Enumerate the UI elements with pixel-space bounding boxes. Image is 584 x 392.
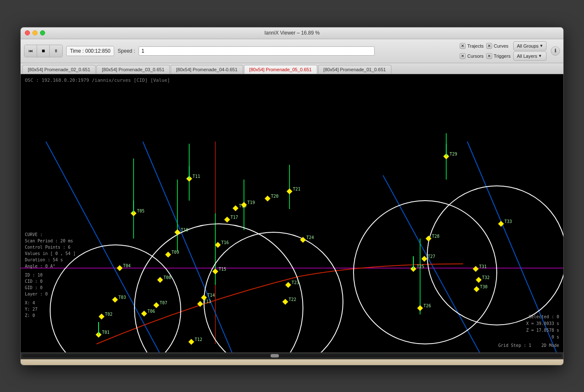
y-coord: Y: 27 xyxy=(25,306,75,312)
curve-info: CURVE : Scan Period : 20 ms Control Poin… xyxy=(25,231,75,319)
duration: Duration : 54 s xyxy=(25,257,75,263)
z-val: Z = 17.8578 s xyxy=(498,327,559,334)
tab-2[interactable]: [80x54] Promenade_04-0.651 xyxy=(171,65,243,74)
selected-count: Selected : 0 xyxy=(498,314,559,320)
transport-controls: ⏮ ⏹ ⏸ xyxy=(24,45,63,57)
trajects-check[interactable]: ✕ Trajects xyxy=(460,43,484,49)
toolbar-right: ✕ Trajects ✕ Curves All Groups ▾ ✕ Curso… xyxy=(460,41,560,61)
trajects-label: Trajects xyxy=(467,43,484,48)
z-coord: Z: 0 xyxy=(25,312,75,319)
scrollbar-track[interactable] xyxy=(22,354,562,357)
stop-button[interactable]: ⏹ xyxy=(37,45,50,57)
info-button[interactable]: ℹ xyxy=(551,46,560,56)
zero-s: 0 s xyxy=(498,334,559,341)
bottom-bar xyxy=(21,359,563,365)
curves-check-x: ✕ xyxy=(486,43,492,49)
grid-mode: Grid Step : 1 2D Mode xyxy=(498,342,559,349)
canvas-area[interactable]: OSC : 192.168.0.20:1979 /iannix/curves [… xyxy=(21,74,563,352)
all-groups-label: All Groups xyxy=(517,43,538,48)
close-button[interactable] xyxy=(25,30,30,35)
curve-label: CURVE : xyxy=(25,231,75,238)
speed-label: Speed : xyxy=(118,48,135,54)
traffic-lights xyxy=(25,30,45,35)
cursors-check-x: ✕ xyxy=(460,53,466,59)
all-groups-dropdown[interactable]: All Groups ▾ xyxy=(513,41,546,51)
id-val: ID : 10 xyxy=(25,272,75,278)
x-val: X = 39.0033 s xyxy=(498,320,559,327)
tab-3[interactable]: [80x54] Promenade_05_0.651 xyxy=(244,65,317,74)
time-display: Time : 000:12:850 xyxy=(66,46,114,56)
tabs-bar: [80x54] Promenade_02_0.651 [80x54] Prome… xyxy=(21,63,563,74)
bottom-right-info: Selected : 0 X = 39.0033 s Z = 17.8578 s… xyxy=(498,314,559,349)
scrollbar-thumb[interactable] xyxy=(271,354,279,357)
tab-1[interactable]: [80x54] Promenade_03_0.651 xyxy=(96,65,170,74)
scrollbar-area xyxy=(21,352,563,359)
cursors-check[interactable]: ✕ Cursors xyxy=(460,53,484,59)
title-bar: IanniX Viewer – 16.89 % xyxy=(21,27,563,39)
triggers-check-x: ✕ xyxy=(486,53,492,59)
toolbar-checks: ✕ Trajects ✕ Curves All Groups ▾ ✕ Curso… xyxy=(460,41,546,61)
triggers-label: Triggers xyxy=(494,54,511,59)
skip-back-button[interactable]: ⏮ xyxy=(24,45,37,57)
x-coord: X: 4 xyxy=(25,300,75,306)
all-layers-label: All Layers xyxy=(517,54,537,59)
layer-val: Layer : 0 xyxy=(25,291,75,297)
tab-0[interactable]: [80x54] Promenade_02_0.651 xyxy=(22,65,96,74)
all-layers-arrow: ▾ xyxy=(539,53,541,59)
cid-val: CID : 0 xyxy=(25,278,75,285)
pause-button[interactable]: ⏸ xyxy=(50,45,62,57)
cursors-label: Cursors xyxy=(467,54,484,59)
curves-label: Curves xyxy=(494,43,509,48)
speed-input[interactable] xyxy=(139,46,375,56)
toolbar: ⏮ ⏹ ⏸ Time : 000:12:850 Speed : ✕ Trajec… xyxy=(21,39,563,63)
trajects-check-x: ✕ xyxy=(460,43,466,49)
osc-info: OSC : 192.168.0.20:1979 /iannix/curves [… xyxy=(25,78,170,83)
tab-4[interactable]: [80x54] Promenade_01_0.651 xyxy=(318,65,391,74)
curves-check[interactable]: ✕ Curves xyxy=(486,43,511,49)
scan-period: Scan Period : 20 ms xyxy=(25,238,75,244)
angle: Angle : 0 A° xyxy=(25,263,75,269)
triggers-check[interactable]: ✕ Triggers xyxy=(486,53,511,59)
all-layers-dropdown[interactable]: All Layers ▾ xyxy=(513,51,546,61)
main-window: IanniX Viewer – 16.89 % ⏮ ⏹ ⏸ Time : 000… xyxy=(20,27,564,365)
grid-step-label: Grid Step : 1 xyxy=(498,343,531,348)
maximize-button[interactable] xyxy=(40,30,45,35)
control-points: Control Points : 6 xyxy=(25,244,75,250)
minimize-button[interactable] xyxy=(32,30,38,35)
gid-val: GID : 0 xyxy=(25,285,75,291)
mode-label: 2D Mode xyxy=(541,343,559,348)
window-title: IanniX Viewer – 16.89 % xyxy=(264,30,319,36)
all-groups-arrow: ▾ xyxy=(540,43,543,48)
values-in: Values in [ 0 , 54 ] xyxy=(25,250,75,257)
